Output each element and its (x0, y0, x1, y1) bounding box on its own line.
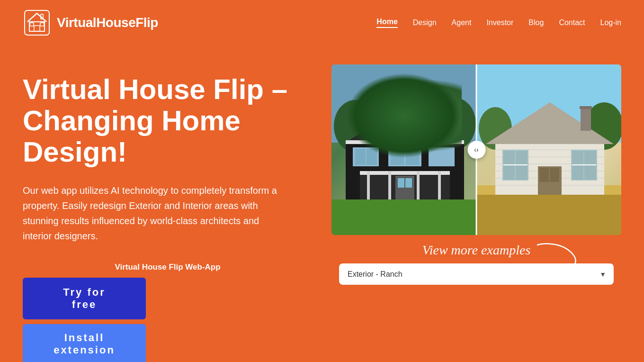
svg-rect-30 (398, 178, 404, 188)
svg-rect-61 (476, 195, 621, 235)
svg-point-7 (334, 100, 376, 152)
view-more-label: View more examples (422, 243, 531, 257)
svg-rect-23 (355, 149, 366, 165)
svg-rect-15 (346, 140, 464, 144)
house-icon (23, 9, 51, 37)
svg-rect-57 (539, 168, 549, 182)
svg-rect-20 (417, 171, 420, 202)
header: VirtualHouseFlip Home Design Agent Inves… (0, 0, 644, 45)
hero-title: Virtual House Flip – Changing Home Desig… (23, 74, 313, 168)
svg-point-10 (417, 95, 455, 143)
nav-link-investor[interactable]: Investor (486, 18, 513, 27)
modern-house-svg (331, 64, 476, 235)
svg-rect-26 (391, 149, 404, 165)
slider-handle[interactable]: ‹› (467, 141, 485, 159)
svg-point-8 (355, 98, 393, 145)
svg-marker-13 (346, 112, 393, 143)
main-nav: Home Design Agent Investor Blog Contact … (376, 18, 621, 28)
before-image (476, 64, 621, 235)
install-extension-button[interactable]: Installextension (23, 324, 146, 362)
nav-link-agent[interactable]: Agent (452, 18, 472, 27)
nav-link-login[interactable]: Log-in (600, 18, 621, 27)
svg-rect-32 (331, 199, 476, 235)
svg-rect-41 (580, 106, 592, 109)
right-column: ‹› View more examples Exterior - Ranch (331, 64, 621, 285)
try-free-button[interactable]: Try forfree (23, 278, 146, 319)
svg-rect-31 (405, 178, 412, 188)
style-dropdown-container: Exterior - Ranch Exterior - Modern Exter… (339, 263, 614, 285)
main-content: Virtual House Flip – Changing Home Desig… (0, 45, 644, 362)
svg-rect-6 (331, 64, 476, 143)
left-column: Virtual House Flip – Changing Home Desig… (23, 64, 313, 362)
before-after-image: ‹› (331, 64, 621, 235)
svg-rect-24 (367, 149, 377, 165)
svg-rect-2 (34, 26, 40, 31)
old-house-svg (476, 64, 621, 235)
svg-point-9 (433, 98, 476, 150)
view-more-section: View more examples Exterior - Ranch Exte… (331, 243, 621, 285)
slider-right-icon: › (476, 146, 479, 154)
svg-rect-3 (30, 23, 34, 26)
nav-link-blog[interactable]: Blog (528, 18, 544, 27)
svg-rect-27 (406, 149, 419, 165)
svg-rect-19 (388, 171, 391, 202)
svg-rect-17 (360, 171, 450, 175)
nav-link-design[interactable]: Design (413, 18, 437, 27)
svg-rect-1 (29, 22, 45, 31)
webapp-label: Virtual House Flip Web-App (23, 262, 313, 272)
nav-link-home[interactable]: Home (376, 18, 397, 28)
svg-rect-18 (367, 171, 370, 202)
logo-text: VirtualHouseFlip (57, 15, 158, 30)
svg-rect-58 (550, 168, 559, 182)
svg-rect-4 (40, 23, 44, 26)
hero-description: Our web app utilizes AI technology to co… (23, 183, 288, 244)
image-slider-divider: ‹› (476, 64, 477, 235)
svg-rect-21 (438, 171, 441, 202)
style-dropdown[interactable]: Exterior - Ranch Exterior - Modern Exter… (339, 263, 614, 285)
logo-area[interactable]: VirtualHouseFlip (23, 9, 158, 37)
nav-link-contact[interactable]: Contact (559, 18, 585, 27)
svg-rect-28 (429, 147, 455, 166)
dropdown-wrapper: Exterior - Ranch Exterior - Modern Exter… (339, 263, 614, 285)
svg-rect-40 (581, 107, 591, 131)
svg-marker-14 (346, 105, 464, 143)
after-image (331, 64, 476, 235)
